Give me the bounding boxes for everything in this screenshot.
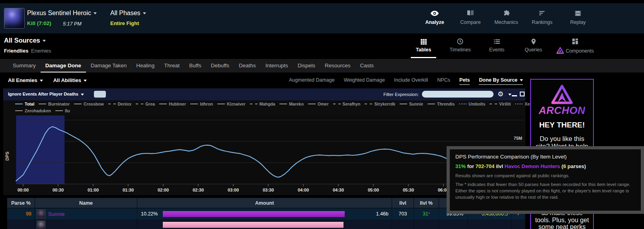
- player-name-link[interactable]: Sunníe: [48, 211, 64, 217]
- legend-label: Strykerrdk: [374, 102, 395, 106]
- legend-item-strykerrdk[interactable]: Strykerrdk: [365, 102, 395, 106]
- tab-deaths[interactable]: Deaths: [234, 59, 261, 72]
- legend-item-mareko[interactable]: Mareko: [279, 102, 304, 106]
- legend-label: Denixx: [118, 102, 131, 106]
- top-nav-analyze[interactable]: Analyze: [420, 7, 450, 25]
- ignore-deaths-dropdown[interactable]: Ignore Events After Player Deaths: [8, 92, 84, 96]
- legend-item-umbolts[interactable]: Umbolts: [459, 102, 485, 106]
- tab-resources[interactable]: Resources: [320, 59, 355, 72]
- tab-summary[interactable]: Summary: [8, 59, 41, 72]
- data-view-label: Tables: [416, 47, 431, 53]
- column-header-name[interactable]: Name: [35, 198, 137, 208]
- column-header-amount[interactable]: Amount: [137, 198, 392, 208]
- legend-item-kïznaiver[interactable]: Kïznaiver: [217, 102, 246, 106]
- top-nav-label: Analyze: [425, 20, 444, 25]
- legend-item-serafhyn[interactable]: Serafhyn: [333, 102, 361, 106]
- legend-swatch-icon: [39, 104, 46, 104]
- filter-all-enemies[interactable]: All Enemies: [8, 77, 43, 83]
- tab-dispels[interactable]: Dispels: [293, 59, 320, 72]
- legend-item-crossbow[interactable]: Crossbow: [74, 102, 104, 106]
- x-axis-label: 03:30: [263, 188, 274, 192]
- damage-bar: [163, 211, 345, 217]
- compare-icon: [467, 9, 474, 18]
- performance-tooltip: DPS Performance Comparison (By Item Leve…: [447, 146, 644, 214]
- data-view-queries[interactable]: Queries: [517, 36, 549, 58]
- legend-item-hubbner[interactable]: Hubbner: [159, 102, 186, 106]
- filter-pets[interactable]: Pets: [459, 77, 470, 85]
- x-axis-label: 01:00: [88, 188, 99, 192]
- top-nav-mechanics[interactable]: Mechanics: [491, 7, 521, 25]
- data-view-events[interactable]: Events: [481, 36, 513, 58]
- chevron-down-icon: [84, 80, 87, 82]
- tab-debuffs[interactable]: Debuffs: [206, 59, 234, 72]
- legend-swatch-icon: [427, 104, 435, 104]
- legend-swatch-icon: [15, 110, 23, 111]
- legend-item-idhron[interactable]: Idhron: [190, 102, 213, 106]
- filter-npcs[interactable]: NPCs: [437, 77, 450, 85]
- tab-interrupts[interactable]: Interrupts: [261, 59, 293, 72]
- legend-label: Serafhyn: [343, 102, 361, 106]
- phase-selected-label: Entire Fight: [110, 20, 139, 26]
- grid-icon: [420, 37, 427, 45]
- minimize-icon[interactable]: [512, 95, 517, 96]
- filter-all-abilities[interactable]: All Abilities: [53, 77, 87, 83]
- filter-weighted-damage[interactable]: Weighted Damage: [344, 77, 385, 85]
- legend-item-mahgda[interactable]: Mahgda: [250, 102, 275, 106]
- table-row[interactable]: [7, 219, 525, 229]
- legend-swatch-icon: [490, 104, 497, 104]
- x-axis-label: 04:30: [333, 188, 344, 192]
- filter-done-by-source[interactable]: Done By Source: [479, 77, 523, 85]
- friendlies-toggle[interactable]: Friendlies: [4, 48, 28, 54]
- chevron-down-icon: [43, 40, 46, 42]
- all-sources-dropdown[interactable]: All Sources: [4, 37, 46, 44]
- data-view-tables[interactable]: Tables: [408, 36, 439, 58]
- tab-buffs[interactable]: Buffs: [184, 59, 206, 72]
- phase-dropdown[interactable]: All Phases: [110, 10, 146, 17]
- legend-label: Mahgda: [260, 102, 275, 106]
- x-axis-label: 02:30: [193, 188, 204, 192]
- gear-icon[interactable]: ⚙: [498, 90, 503, 98]
- legend-item-denixx[interactable]: Denixx: [108, 102, 131, 106]
- data-view-components[interactable]: Components: [554, 36, 596, 58]
- filter-include-overkill[interactable]: Include Overkill: [394, 77, 428, 85]
- y-axis-title: DPS: [5, 152, 10, 161]
- column-header-ilvl[interactable]: Ilvl: [392, 198, 414, 208]
- tab-casts[interactable]: Casts: [355, 59, 379, 72]
- legend-item-threndis[interactable]: Threndis: [427, 102, 455, 106]
- enemies-toggle[interactable]: Enemies: [31, 48, 51, 54]
- gear-dropdown-caret[interactable]: [508, 94, 511, 96]
- filter-augmented-damage[interactable]: Augmented Damage: [289, 77, 335, 85]
- legend-item-sunníe[interactable]: Sunníe: [400, 102, 423, 106]
- top-nav-replay[interactable]: Replay: [563, 7, 593, 25]
- legend-label: Viriliti: [499, 102, 511, 106]
- legend-item-burninator[interactable]: Burninator: [39, 102, 70, 106]
- boss-portrait-icon[interactable]: [4, 8, 25, 29]
- legend-swatch-icon: [136, 104, 143, 104]
- tab-damage-done[interactable]: Damage Done: [41, 59, 86, 72]
- legend-item-omer[interactable]: Omer: [308, 102, 328, 106]
- legend-label: Total: [25, 102, 34, 106]
- tooltip-title: DPS Performance Comparison (By Item Leve…: [455, 154, 635, 160]
- column-header-ilvl-%[interactable]: Ilvl %: [414, 198, 439, 208]
- boss-name-dropdown[interactable]: Plexus Sentinel Heroic: [27, 10, 97, 17]
- legend-label: Crossbow: [84, 102, 104, 106]
- tab-healing[interactable]: Healing: [131, 59, 159, 72]
- filter-left-group: All EnemiesAll Abilities: [8, 77, 87, 83]
- tab-threat[interactable]: Threat: [159, 59, 184, 72]
- maximize-icon[interactable]: [520, 92, 525, 96]
- legend-label: Kïznaiver: [227, 102, 246, 106]
- archon-brand-text: ARCHON: [531, 104, 593, 117]
- column-header-parse-%[interactable]: Parse %: [7, 198, 35, 208]
- data-view-timelines[interactable]: Timelines: [444, 36, 476, 58]
- top-nav-compare[interactable]: Compare: [455, 7, 486, 25]
- data-view-label: Timelines: [450, 47, 471, 53]
- legend-swatch-icon: [400, 104, 407, 104]
- legend-item-total[interactable]: Total: [15, 102, 34, 106]
- top-nav-rankings[interactable]: Rankings: [527, 7, 557, 25]
- filter-expression-input[interactable]: [422, 91, 494, 98]
- tab-damage-taken[interactable]: Damage Taken: [86, 59, 132, 72]
- legend-item-grea[interactable]: Grea: [136, 102, 155, 106]
- player-portrait: [37, 221, 45, 229]
- ignore-deaths-toggle[interactable]: [94, 91, 106, 98]
- legend-item-viriliti[interactable]: Viriliti: [490, 102, 511, 106]
